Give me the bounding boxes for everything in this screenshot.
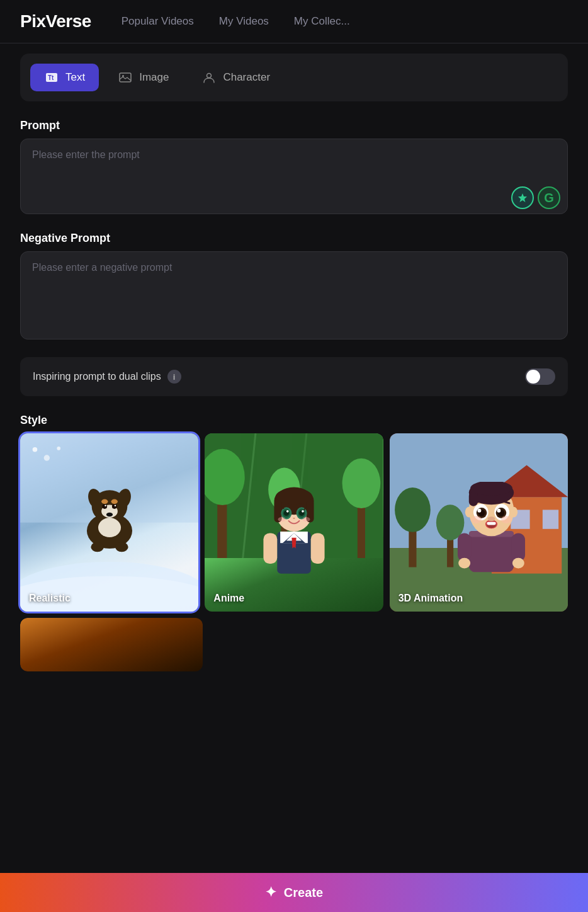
style-card-fourth[interactable] — [20, 618, 568, 671]
negative-prompt-section: Negative Prompt — [20, 232, 568, 342]
svg-point-91 — [471, 516, 482, 523]
tab-text[interactable]: Tt Text — [30, 64, 99, 91]
svg-point-24 — [33, 447, 38, 452]
negative-prompt-input[interactable] — [20, 251, 568, 339]
svg-point-55 — [302, 517, 310, 522]
grammarly-icon[interactable]: G — [538, 186, 560, 209]
nav-my-collections[interactable]: My Collec... — [294, 15, 350, 28]
dual-clips-label: Inspiring prompt to dual clips — [33, 371, 161, 382]
tab-text-label: Text — [65, 71, 85, 84]
header: PixVerse Popular Videos My Videos My Col… — [0, 0, 588, 43]
create-label: Create — [284, 886, 323, 900]
prompt-icons: G — [511, 186, 560, 209]
nav: Popular Videos My Videos My Collec... — [122, 15, 350, 28]
create-sparkle-icon: ✦ — [265, 884, 276, 901]
negative-prompt-label: Negative Prompt — [20, 232, 568, 245]
tab-image-label: Image — [139, 71, 169, 84]
svg-point-71 — [512, 557, 524, 568]
style-realistic-label: Realistic — [29, 593, 71, 604]
header-divider — [0, 43, 588, 43]
tab-character[interactable]: Character — [188, 64, 284, 91]
svg-point-15 — [105, 505, 106, 507]
svg-point-23 — [115, 542, 128, 552]
dual-clips-toggle[interactable] — [525, 368, 555, 385]
svg-rect-39 — [263, 533, 277, 564]
create-button[interactable]: ✦ Create — [0, 873, 588, 912]
svg-point-31 — [342, 459, 381, 508]
svg-point-92 — [501, 516, 512, 523]
svg-point-53 — [302, 510, 304, 513]
ai-assist-icon[interactable] — [511, 186, 534, 209]
main-content: Tt Text Image Cha — [0, 54, 588, 765]
style-card-anime[interactable]: Anime — [205, 433, 383, 612]
svg-point-17 — [106, 513, 113, 516]
svg-rect-61 — [543, 510, 558, 528]
svg-rect-69 — [511, 533, 524, 561]
svg-text:Tt: Tt — [48, 74, 54, 81]
style-section: Style — [20, 414, 568, 671]
svg-point-54 — [278, 517, 285, 522]
svg-point-88 — [465, 506, 473, 517]
prompt-label: Prompt — [20, 119, 568, 132]
svg-point-16 — [114, 505, 116, 507]
dual-clips-label-group: Inspiring prompt to dual clips i — [33, 370, 181, 384]
tab-bar: Tt Text Image Cha — [20, 54, 568, 101]
prompt-section: Prompt G — [20, 119, 568, 217]
svg-point-83 — [477, 508, 481, 512]
prompt-wrapper: G — [20, 139, 568, 217]
text-icon: Tt — [44, 70, 59, 85]
svg-point-70 — [458, 557, 470, 568]
svg-rect-68 — [458, 533, 471, 561]
svg-point-25 — [44, 455, 50, 460]
svg-point-52 — [286, 510, 289, 513]
dual-clips-row: Inspiring prompt to dual clips i — [20, 357, 568, 396]
svg-point-3 — [122, 75, 124, 77]
svg-rect-40 — [311, 533, 325, 564]
svg-marker-5 — [518, 193, 527, 202]
style-card-realistic[interactable]: Realistic — [20, 433, 198, 612]
tab-image[interactable]: Image — [104, 64, 183, 91]
svg-point-20 — [101, 499, 108, 504]
svg-point-4 — [207, 74, 212, 78]
svg-point-11 — [98, 518, 121, 537]
toggle-knob — [526, 370, 540, 384]
svg-point-14 — [112, 504, 117, 510]
image-icon — [118, 70, 133, 85]
svg-rect-2 — [120, 73, 131, 82]
svg-rect-87 — [487, 522, 495, 525]
style-label: Style — [20, 414, 568, 427]
svg-marker-38 — [291, 538, 296, 549]
nav-my-videos[interactable]: My Videos — [219, 15, 269, 28]
svg-point-84 — [497, 508, 500, 512]
prompt-input[interactable] — [20, 139, 568, 214]
tab-character-label: Character — [223, 71, 270, 84]
style-card-3d[interactable]: 3D Animation — [390, 433, 568, 612]
info-icon[interactable]: i — [167, 370, 181, 384]
svg-point-90 — [487, 516, 495, 521]
svg-point-21 — [111, 499, 117, 504]
logo: PixVerse — [20, 11, 91, 31]
style-grid: Realistic — [20, 433, 568, 612]
style-3d-label: 3D Animation — [399, 593, 463, 604]
style-anime-label: Anime — [213, 593, 244, 604]
svg-point-45 — [276, 489, 312, 504]
svg-point-63 — [395, 487, 431, 532]
svg-point-13 — [102, 504, 107, 510]
svg-point-26 — [57, 447, 61, 450]
svg-point-89 — [510, 506, 517, 517]
svg-rect-66 — [468, 530, 513, 571]
nav-popular-videos[interactable]: Popular Videos — [122, 15, 194, 28]
svg-point-22 — [91, 542, 104, 552]
character-icon — [201, 70, 217, 85]
